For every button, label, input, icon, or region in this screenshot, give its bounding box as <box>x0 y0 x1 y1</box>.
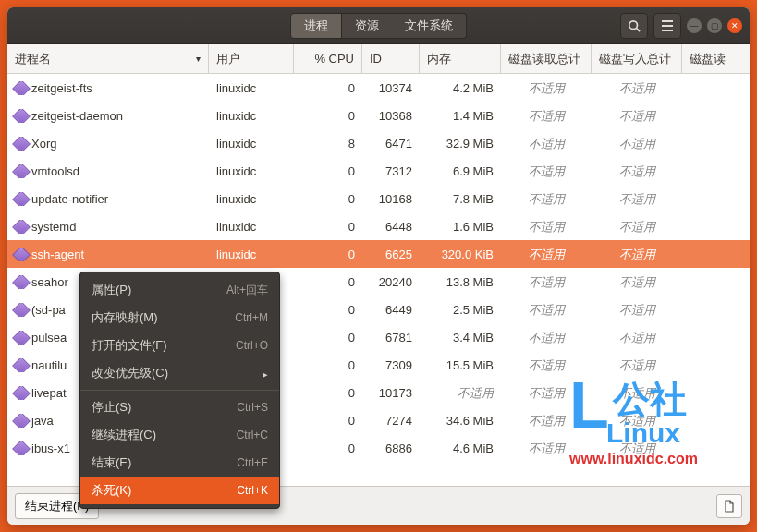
col-id[interactable]: ID <box>362 44 420 73</box>
properties-button[interactable] <box>716 494 742 518</box>
cell-id: 10173 <box>362 386 420 400</box>
menu-label: 属性(P) <box>92 282 131 298</box>
menu-item[interactable]: 继续进程(C)Ctrl+C <box>80 421 279 449</box>
tab-processes[interactable]: 进程 <box>290 13 342 39</box>
search-button[interactable] <box>620 13 648 39</box>
menu-item[interactable]: 打开的文件(F)Ctrl+O <box>80 332 279 359</box>
cell-cpu: 0 <box>294 414 362 428</box>
process-icon <box>12 137 31 151</box>
cell-mem: 7.8 MiB <box>420 192 501 206</box>
cell-id: 10168 <box>362 192 420 206</box>
col-disk-write[interactable]: 磁盘写入总计 <box>592 44 682 73</box>
process-name: livepat <box>31 386 67 400</box>
process-name: Xorg <box>31 137 56 151</box>
cell-id: 6471 <box>362 137 420 151</box>
table-row[interactable]: systemdlinuxidc064481.6 MiB不适用不适用 <box>7 212 750 240</box>
hamburger-icon <box>661 20 674 31</box>
cell-id: 7312 <box>362 164 420 178</box>
process-icon <box>12 109 31 123</box>
cell-disk-write: 不适用 <box>592 441 682 457</box>
cell-cpu: 0 <box>294 109 362 123</box>
cell-id: 10374 <box>362 81 420 95</box>
cell-cpu: 0 <box>294 164 362 178</box>
menu-label: 继续进程(C) <box>92 427 156 443</box>
table-row[interactable]: vmtoolsdlinuxidc073126.9 MiB不适用不适用 <box>7 157 750 185</box>
table-row[interactable]: zeitgeist-ftslinuxidc0103744.2 MiB不适用不适用 <box>7 74 750 102</box>
process-icon <box>12 386 31 400</box>
process-icon <box>12 441 31 455</box>
process-icon <box>12 358 31 372</box>
cell-disk-write: 不适用 <box>592 108 682 125</box>
menu-label: 停止(S) <box>92 399 131 416</box>
table-row[interactable]: zeitgeist-daemonlinuxidc0103681.4 MiB不适用… <box>7 102 750 129</box>
cell-cpu: 0 <box>294 386 362 400</box>
process-name: seahor <box>31 275 68 289</box>
process-icon <box>12 164 31 178</box>
cell-cpu: 0 <box>294 441 362 455</box>
col-disk-extra[interactable]: 磁盘读 <box>682 44 733 73</box>
context-menu[interactable]: 属性(P)Alt+回车内存映射(M)Ctrl+M打开的文件(F)Ctrl+O改变… <box>79 272 280 509</box>
col-cpu[interactable]: % CPU <box>294 44 362 73</box>
cell-user: linuxidc <box>209 248 294 261</box>
cell-disk-read: 不适用 <box>501 302 592 319</box>
menu-item[interactable]: 结束(E)Ctrl+E <box>80 449 279 477</box>
tab-filesystems[interactable]: 文件系统 <box>392 13 467 39</box>
cell-mem: 1.6 MiB <box>420 220 501 234</box>
column-headers: 进程名 用户 % CPU ID 内存 磁盘读取总计 磁盘写入总计 磁盘读 <box>7 44 750 74</box>
col-name[interactable]: 进程名 <box>7 44 209 73</box>
cell-user: linuxidc <box>209 109 294 123</box>
table-row[interactable]: Xorglinuxidc8647132.9 MiB不适用不适用 <box>7 129 750 157</box>
cell-disk-read: 不适用 <box>501 441 592 457</box>
menu-accel: Ctrl+E <box>237 456 268 469</box>
menu-item[interactable]: 属性(P)Alt+回车 <box>80 276 279 304</box>
process-name: pulsea <box>31 331 67 345</box>
menu-label: 杀死(K) <box>92 482 131 499</box>
cell-disk-read: 不适用 <box>501 136 592 152</box>
table-row[interactable]: update-notifierlinuxidc0101687.8 MiB不适用不… <box>7 185 750 212</box>
menu-item[interactable]: 杀死(K)Ctrl+K <box>80 477 279 504</box>
col-mem[interactable]: 内存 <box>420 44 501 73</box>
cell-disk-read: 不适用 <box>501 191 592 208</box>
cell-user: linuxidc <box>209 137 294 151</box>
menu-accel: Ctrl+C <box>237 429 268 441</box>
svg-point-0 <box>629 20 638 29</box>
menu-accel: Ctrl+K <box>237 484 268 497</box>
cell-disk-write: 不适用 <box>592 247 682 263</box>
cell-disk-write: 不适用 <box>592 80 682 97</box>
document-icon <box>724 500 735 513</box>
col-disk-read[interactable]: 磁盘读取总计 <box>501 44 592 73</box>
cell-user: linuxidc <box>209 220 294 234</box>
cell-disk-read: 不适用 <box>501 385 592 402</box>
cell-disk-read: 不适用 <box>501 413 592 429</box>
cell-id: 7309 <box>362 358 420 372</box>
menu-accel: Ctrl+O <box>236 339 268 352</box>
cell-disk-write: 不适用 <box>592 136 682 152</box>
menu-button[interactable] <box>653 13 681 39</box>
cell-disk-write: 不适用 <box>592 413 682 429</box>
menu-label: 结束(E) <box>92 454 131 471</box>
cell-cpu: 0 <box>294 192 362 206</box>
cell-disk-read: 不适用 <box>501 219 592 236</box>
menu-accel: Ctrl+S <box>237 401 268 414</box>
col-user[interactable]: 用户 <box>209 44 294 73</box>
minimize-button[interactable]: — <box>687 18 702 33</box>
cell-disk-read: 不适用 <box>501 108 592 125</box>
menu-accel: Alt+回车 <box>226 283 268 298</box>
cell-mem: 不适用 <box>420 385 501 402</box>
close-button[interactable]: ✕ <box>727 18 742 33</box>
tab-resources[interactable]: 资源 <box>342 13 392 39</box>
maximize-button[interactable]: ▢ <box>707 18 722 33</box>
process-name: (sd-pa <box>31 303 66 317</box>
menu-label: 内存映射(M) <box>92 309 158 326</box>
process-icon <box>12 331 31 345</box>
cell-mem: 13.8 MiB <box>420 275 501 289</box>
menu-separator <box>80 390 279 391</box>
menu-item[interactable]: 停止(S)Ctrl+S <box>80 393 279 421</box>
cell-mem: 4.6 MiB <box>420 441 501 455</box>
cell-user: linuxidc <box>209 164 294 178</box>
cell-cpu: 0 <box>294 81 362 95</box>
table-row[interactable]: ssh-agentlinuxidc06625320.0 KiB不适用不适用 <box>7 240 750 268</box>
menu-item[interactable]: 内存映射(M)Ctrl+M <box>80 304 279 332</box>
menu-item[interactable]: 改变优先级(C) <box>80 359 279 387</box>
cell-id: 6625 <box>362 248 420 261</box>
